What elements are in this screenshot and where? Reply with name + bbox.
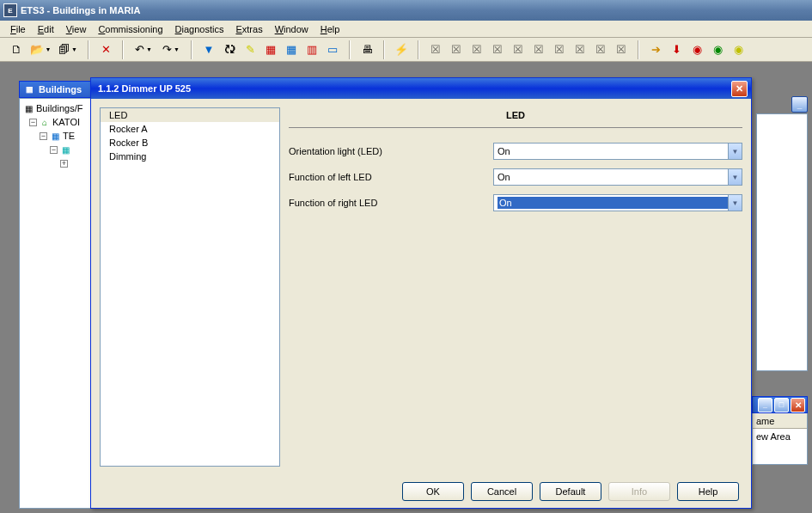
dialog-main-heading: LED (289, 107, 742, 128)
stop-icon[interactable]: ◉ (687, 40, 706, 59)
buildings-title: Buildings (39, 84, 82, 95)
menu-help[interactable]: Help (315, 22, 345, 36)
form-row-right-led: Function of right LED On ▼ (289, 190, 742, 216)
disabled-tool-5: ☒ (509, 40, 528, 59)
tree-root[interactable]: ▦ Buildings/F (22, 101, 97, 115)
bottom-right-body: ame ew Area (752, 413, 808, 465)
collapse-icon[interactable]: − (50, 146, 58, 154)
print-icon[interactable]: 🖶 (357, 40, 376, 59)
expand-icon[interactable]: + (60, 160, 68, 168)
highlight-icon[interactable]: ✎ (241, 40, 259, 59)
orientation-light-select[interactable]: On ▼ (493, 143, 742, 160)
disabled-tool-7: ☒ (550, 40, 569, 59)
toolbar-sep (122, 40, 124, 59)
form-label: Function of left LED (289, 172, 486, 182)
table-row[interactable]: ew Area (753, 429, 807, 444)
open-icon[interactable]: 📂▼ (27, 40, 53, 59)
minimize-icon[interactable]: _ (791, 96, 808, 113)
close-icon[interactable]: ✕ (791, 398, 805, 412)
right-led-select[interactable]: On ▼ (493, 194, 742, 211)
down-icon[interactable]: ⬇ (667, 40, 686, 59)
tree-node-sub[interactable]: − ▦ (22, 143, 97, 156)
undo-icon[interactable]: ↶▼ (131, 40, 156, 59)
column-header[interactable]: ame (753, 413, 807, 429)
collapse-icon[interactable]: − (29, 119, 37, 126)
close-icon[interactable]: ✕ (731, 81, 748, 97)
buildings-tree[interactable]: ▦ Buildings/F − ⌂ KATOI − ▦ TE − ▦ + (20, 99, 100, 173)
app-title: ETS3 - Buildings in MARIA (21, 5, 140, 15)
tree-node-katoi[interactable]: − ⌂ KATOI (22, 115, 97, 129)
dialog-sidebar: LED Rocker A Rocker B Dimming (100, 107, 280, 467)
sidebar-item-rocker-a[interactable]: Rocker A (101, 122, 279, 136)
menu-file[interactable]: File (5, 22, 31, 36)
form-label: Function of right LED (289, 198, 486, 208)
right-window-controls: _ (791, 96, 808, 113)
menu-view[interactable]: View (61, 22, 92, 36)
menubar: File Edit View Commissioning Diagnostics… (0, 21, 812, 38)
disabled-tool-1: ☒ (426, 40, 445, 59)
chevron-down-icon: ▼ (728, 195, 742, 211)
app-icon: E (3, 3, 17, 17)
select-value: On (498, 172, 728, 182)
table-icon[interactable]: ▦ (261, 40, 280, 59)
dialog-button-row: OK Cancel Default Info Help (91, 475, 751, 508)
redo-icon[interactable]: ↷▼ (158, 40, 184, 59)
buildings-tree-panel: ▦ Buildings/F − ⌂ KATOI − ▦ TE − ▦ + (19, 98, 101, 509)
menu-commissioning[interactable]: Commissioning (93, 22, 168, 36)
dimmer-dialog: 1.1.2 Dimmer UP 525 ✕ LED Rocker A Rocke… (90, 77, 752, 509)
tree-node-te[interactable]: − ▦ TE (22, 129, 97, 143)
green-icon[interactable]: ◉ (708, 40, 727, 59)
menu-window[interactable]: Window (270, 22, 314, 36)
columns-icon[interactable]: ▥ (302, 40, 321, 59)
menu-edit[interactable]: Edit (33, 22, 59, 36)
select-value: On (498, 197, 728, 209)
ok-button[interactable]: OK (402, 482, 464, 501)
chevron-down-icon: ▼ (728, 144, 742, 159)
toolbar-sep (191, 40, 192, 59)
form-row-orientation-light: Orientation light (LED) On ▼ (289, 138, 742, 164)
info-button: Info (608, 482, 670, 501)
sidebar-item-rocker-b[interactable]: Rocker B (101, 136, 279, 150)
copy-icon[interactable]: 🗐▼ (55, 40, 81, 59)
run-icon[interactable]: ⚡ (392, 40, 411, 59)
tree-node-label: KATOI (52, 117, 80, 127)
led-icon[interactable]: ◉ (729, 40, 748, 59)
app-titlebar: E ETS3 - Buildings in MARIA (0, 0, 812, 21)
menu-diagnostics[interactable]: Diagnostics (170, 22, 229, 36)
refresh-icon[interactable]: 🗘 (220, 40, 239, 59)
building-icon: ⌂ (39, 117, 51, 127)
tree-node-label: TE (63, 131, 75, 141)
sidebar-item-led[interactable]: LED (101, 108, 279, 122)
menu-extras[interactable]: Extras (230, 22, 267, 36)
arrow-icon[interactable]: ➔ (646, 40, 665, 59)
right-window-body (756, 113, 808, 371)
disabled-tool-9: ☒ (591, 40, 610, 59)
help-button[interactable]: Help (677, 482, 739, 501)
form-row-left-led: Function of left LED On ▼ (289, 164, 742, 190)
grid-icon[interactable]: ▦ (282, 40, 301, 59)
buildings-window-icon: ▦ (23, 83, 35, 95)
new-icon[interactable]: 🗋 (7, 40, 26, 59)
toolbar-sep (88, 40, 89, 59)
left-led-select[interactable]: On ▼ (493, 168, 742, 186)
toolbar-sep (418, 40, 419, 59)
disabled-tool-10: ☒ (612, 40, 631, 59)
disabled-tool-4: ☒ (488, 40, 507, 59)
tree-root-label: Buildings/F (36, 103, 82, 113)
sidebar-item-dimming[interactable]: Dimming (101, 150, 279, 163)
dialog-titlebar[interactable]: 1.1.2 Dimmer UP 525 ✕ (91, 78, 751, 99)
bottom-right-titlebar[interactable]: _ □ ✕ (752, 396, 808, 413)
dialog-main: LED Orientation light (LED) On ▼ Functio… (289, 107, 742, 467)
toolbar-sep (383, 40, 385, 59)
filter-icon[interactable]: ▼ (199, 40, 218, 59)
tree-node-leaf[interactable]: + (22, 156, 97, 170)
cancel-button[interactable]: Cancel (471, 482, 533, 501)
collapse-icon[interactable]: − (40, 132, 47, 140)
delete-icon[interactable]: ✕ (96, 40, 115, 59)
panel-icon[interactable]: ▭ (323, 40, 342, 59)
chevron-down-icon: ▼ (728, 169, 742, 185)
dialog-title: 1.1.2 Dimmer UP 525 (98, 83, 191, 94)
maximize-icon[interactable]: □ (774, 398, 789, 412)
default-button[interactable]: Default (540, 482, 601, 501)
minimize-icon[interactable]: _ (758, 398, 772, 412)
